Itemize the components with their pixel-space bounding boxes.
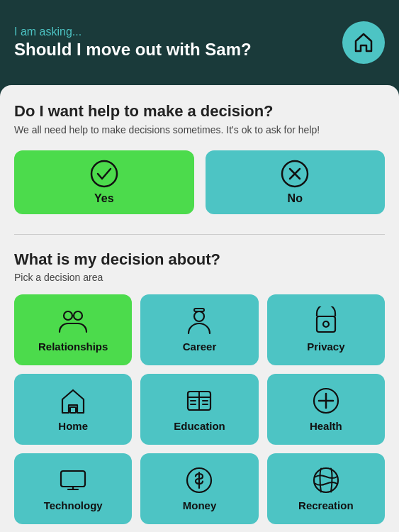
svg-rect-8 [70,407,76,413]
main-content: Do I want help to make a decision? We al… [0,85,399,532]
yes-label: Yes [94,192,114,205]
tile-money[interactable]: Money [140,453,258,524]
checkmark-icon [90,160,118,188]
area-section: What is my decision about? Pick a decisi… [14,250,385,524]
svg-point-2 [64,311,72,320]
tile-education[interactable]: Education [140,374,258,445]
area-subtitle: Pick a decision area [14,272,385,283]
tile-privacy-label: Privacy [307,340,344,353]
house-icon [58,386,88,416]
tile-money-label: Money [183,499,217,511]
header-text: I am asking... Should I move out with Sa… [14,26,252,60]
help-section-title: Do I want help to make a decision? [14,102,385,121]
tile-home[interactable]: Home [14,374,132,445]
privacy-icon [311,306,341,336]
tile-career-label: Career [183,340,217,353]
svg-rect-11 [61,471,85,487]
tile-recreation[interactable]: Recreation [267,453,385,524]
tile-health[interactable]: Health [267,374,385,445]
divider [14,234,385,235]
people-icon [58,306,88,336]
header: I am asking... Should I move out with Sa… [0,0,399,78]
health-icon [311,386,341,416]
tile-education-label: Education [174,420,225,432]
home-icon [352,31,375,54]
home-button[interactable] [342,21,385,64]
yes-button[interactable]: Yes [14,150,194,214]
tile-health-label: Health [310,420,342,432]
no-label: No [288,192,303,205]
tile-relationships-label: Relationships [38,340,108,353]
help-section: Do I want help to make a decision? We al… [14,102,385,214]
tile-home-label: Home [58,420,88,432]
technology-icon [58,465,88,495]
svg-rect-5 [194,309,204,311]
svg-point-7 [323,321,329,327]
svg-rect-6 [317,316,335,332]
tile-career[interactable]: Career [140,294,258,365]
money-icon [184,465,214,495]
tile-privacy[interactable]: Privacy [267,294,385,365]
tile-relationships[interactable]: Relationships [14,294,132,365]
svg-point-13 [314,468,338,492]
no-button[interactable]: No [206,150,386,214]
cross-icon [281,160,309,188]
tile-recreation-label: Recreation [298,499,354,511]
recreation-icon [311,465,341,495]
tile-technology[interactable]: Technology [14,453,132,524]
svg-point-0 [91,161,117,187]
tile-technology-label: Technology [44,499,103,511]
career-icon [184,306,214,336]
education-icon [184,386,214,416]
decision-grid: Relationships Career Privacy [14,294,385,524]
svg-point-4 [194,311,204,321]
question-text: Should I move out with Sam? [14,40,252,60]
yes-no-row: Yes No [14,150,385,214]
svg-point-3 [74,311,82,320]
help-section-subtitle: We all need help to make decisions somet… [14,123,385,138]
area-title: What is my decision about? [14,250,385,269]
asking-label: I am asking... [14,26,252,38]
